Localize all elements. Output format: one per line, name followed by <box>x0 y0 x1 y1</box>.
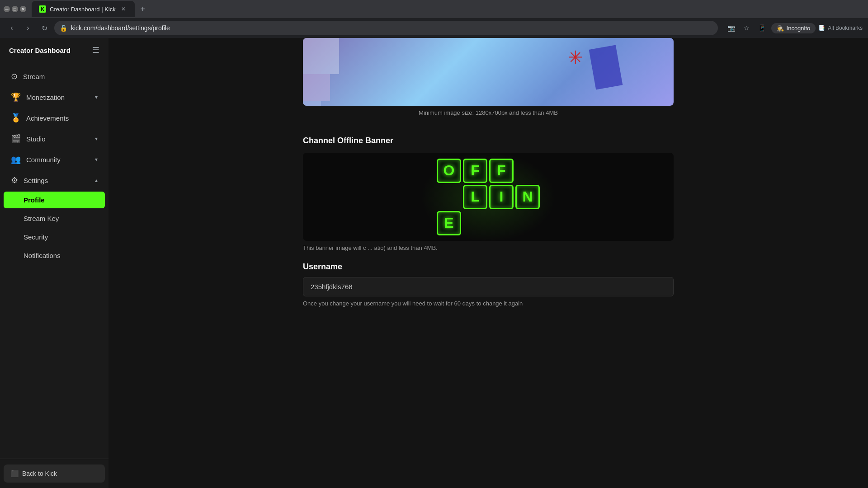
reload-button[interactable]: ↻ <box>38 22 51 34</box>
banner-decorations: ✳ <box>303 38 674 106</box>
username-label: Username <box>303 262 674 272</box>
url-text: kick.com/dashboard/settings/profile <box>71 24 170 32</box>
settings-section: ⚙ Settings ▴ Profile Stream Key Security… <box>0 170 108 265</box>
offline-letter-F1: F <box>463 159 487 183</box>
sidebar-item-label: Monetization <box>26 94 65 101</box>
incognito-label: Incognito <box>787 25 811 32</box>
sidebar-item-community[interactable]: 👥 Community ▾ <box>2 149 107 170</box>
bookmarks-section[interactable]: 📑 All Bookmarks <box>818 25 863 31</box>
forward-nav-button[interactable]: › <box>22 22 34 34</box>
sidebar-item-studio[interactable]: 🎬 Studio ▾ <box>2 128 107 149</box>
banner-image-hint: Minimum image size: 1280x700px and less … <box>303 109 674 116</box>
bookmark-button[interactable]: ☆ <box>741 22 753 34</box>
content-inner: ✳ Minimum image size: 1280x700px and les… <box>294 38 683 336</box>
sidebar-item-stream[interactable]: ⊙ Stream <box>2 66 107 87</box>
sidebar-item-profile[interactable]: Profile <box>4 192 105 208</box>
offline-grid: O F F L I N E <box>437 159 540 235</box>
studio-icon: 🎬 <box>11 134 21 144</box>
maximize-button[interactable]: □ <box>12 6 18 12</box>
offline-text-grid: O F F L I N E <box>437 159 540 235</box>
offline-letter-N: N <box>515 185 540 209</box>
close-button[interactable]: ✕ <box>20 6 26 12</box>
kick-icon: ⬛ <box>11 470 19 477</box>
tab-favicon-icon: K <box>39 5 46 13</box>
username-hint: Once you change your username you will n… <box>303 300 674 307</box>
browser-controls: ─ □ ✕ <box>4 6 26 12</box>
offline-banner-hint: This banner image will c ... atio) and l… <box>303 244 674 251</box>
offline-letter-O: O <box>437 159 461 183</box>
sidebar-item-label: Settings <box>24 177 48 184</box>
back-nav-button[interactable]: ‹ <box>5 22 18 34</box>
channel-banner-image[interactable]: ✳ <box>303 38 674 106</box>
deco-circle-3 <box>303 101 321 106</box>
username-input[interactable] <box>303 277 674 296</box>
app-layout: Creator Dashboard ☰ ⊙ Stream 🏆 Monetizat… <box>0 38 868 488</box>
monetization-icon: 🏆 <box>11 92 21 102</box>
channel-banner-container: ✳ <box>303 38 674 106</box>
chevron-down-icon: ▾ <box>95 156 98 163</box>
sidebar-item-achievements[interactable]: 🏅 Achievements <box>2 108 107 128</box>
username-section: Username Once you change your username y… <box>303 262 674 307</box>
active-tab[interactable]: K Creator Dashboard | Kick ✕ <box>32 1 135 17</box>
incognito-icon: 🕵 <box>777 25 784 32</box>
camera-off-icon[interactable]: 📷 <box>725 22 738 34</box>
deco-circle-1 <box>303 38 339 74</box>
sidebar-item-monetization[interactable]: 🏆 Monetization ▾ <box>2 87 107 108</box>
sidebar-item-notifications[interactable]: Notifications <box>0 246 108 265</box>
stream-icon: ⊙ <box>11 71 18 81</box>
tablet-icon[interactable]: 📱 <box>756 22 769 34</box>
chevron-down-icon: ▾ <box>95 136 98 142</box>
sidebar-item-stream-key[interactable]: Stream Key <box>0 209 108 228</box>
back-to-kick-label: Back to Kick <box>22 470 57 477</box>
bookmarks-label: All Bookmarks <box>828 25 863 31</box>
deco-star: ✳ <box>568 47 583 68</box>
sidebar-menu-icon[interactable]: ☰ <box>92 45 99 55</box>
community-icon: 👥 <box>11 155 21 164</box>
offline-hint-dots: ... <box>368 244 373 251</box>
bookmarks-icon: 📑 <box>818 25 825 31</box>
chevron-down-icon: ▾ <box>95 94 98 100</box>
nav-bar: ‹ › ↻ 🔒 kick.com/dashboard/settings/prof… <box>0 18 868 38</box>
offline-banner-title: Channel Offline Banner <box>303 127 674 145</box>
offline-letter-I: I <box>489 185 514 209</box>
sidebar-item-settings[interactable]: ⚙ Settings ▴ <box>2 170 107 191</box>
settings-icon: ⚙ <box>11 175 18 185</box>
chevron-up-icon: ▴ <box>95 177 98 183</box>
deco-circle-2 <box>303 74 330 101</box>
minimize-button[interactable]: ─ <box>4 6 10 12</box>
offline-hint-left: This banner image will c <box>303 244 366 251</box>
sidebar-item-label: Stream <box>23 73 45 80</box>
tab-close-button[interactable]: ✕ <box>119 5 127 13</box>
incognito-button[interactable]: 🕵 Incognito <box>771 23 816 33</box>
sidebar-footer: ⬛ Back to Kick <box>0 459 108 488</box>
browser-chrome: ─ □ ✕ K Creator Dashboard | Kick ✕ + ‹ ›… <box>0 0 868 38</box>
sidebar-item-label: Achievements <box>26 114 69 122</box>
offline-hint-right: atio) and less than 4MB. <box>374 244 438 251</box>
sidebar: Creator Dashboard ☰ ⊙ Stream 🏆 Monetizat… <box>0 38 108 488</box>
sidebar-nav: ⊙ Stream 🏆 Monetization ▾ 🏅 Achievements… <box>0 62 108 459</box>
tab-bar: ─ □ ✕ K Creator Dashboard | Kick ✕ + <box>0 0 868 18</box>
main-content: ✳ Minimum image size: 1280x700px and les… <box>108 38 868 488</box>
sidebar-item-label: Studio <box>26 135 46 143</box>
address-bar[interactable]: 🔒 kick.com/dashboard/settings/profile <box>54 21 718 35</box>
sidebar-item-label: Community <box>26 156 61 164</box>
sidebar-title: Creator Dashboard <box>9 47 71 54</box>
offline-letter-E: E <box>437 211 461 235</box>
lock-icon: 🔒 <box>60 24 67 32</box>
new-tab-button[interactable]: + <box>137 3 149 15</box>
offline-banner-container[interactable]: O F F L I N E <box>303 153 674 241</box>
sidebar-header: Creator Dashboard ☰ <box>0 38 108 62</box>
offline-cell-empty2 <box>437 185 461 209</box>
offline-cell-empty <box>515 159 540 183</box>
back-to-kick-button[interactable]: ⬛ Back to Kick <box>4 465 105 483</box>
achievements-icon: 🏅 <box>11 113 21 123</box>
tab-title: Creator Dashboard | Kick <box>50 6 116 13</box>
offline-letter-F2: F <box>489 159 514 183</box>
sidebar-item-security[interactable]: Security <box>0 228 108 246</box>
nav-actions: 📷 ☆ 📱 🕵 Incognito 📑 All Bookmarks <box>725 22 863 34</box>
deco-rect <box>589 45 623 89</box>
offline-letter-L: L <box>463 185 487 209</box>
